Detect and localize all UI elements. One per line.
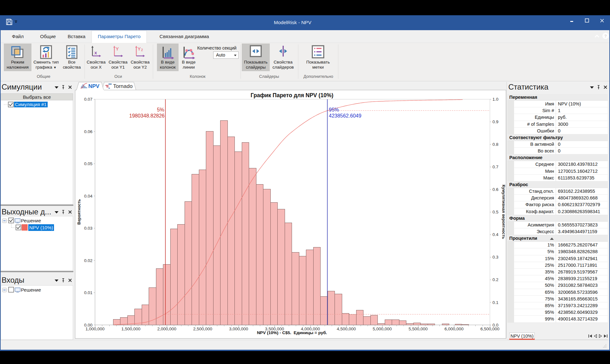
- svg-text:4,500,000: 4,500,000: [337, 327, 356, 331]
- svg-text:x: x: [94, 50, 97, 55]
- svg-text:0.6: 0.6: [492, 187, 498, 192]
- svg-text:График Парето для NPV (10%): График Парето для NPV (10%): [251, 92, 334, 98]
- svg-text:0.00: 0.00: [84, 323, 92, 327]
- svg-text:1980348.82826: 1980348.82826: [129, 113, 165, 118]
- svg-text:0.02: 0.02: [84, 258, 92, 263]
- svg-text:95%: 95%: [329, 107, 339, 112]
- svg-text:4238562.6049: 4238562.6049: [329, 113, 361, 118]
- svg-text:6,000,000: 6,000,000: [444, 327, 464, 331]
- svg-text:0.03: 0.03: [84, 226, 92, 231]
- svg-text:1,500,000: 1,500,000: [121, 327, 140, 331]
- svg-text:NPV: NPV: [88, 83, 100, 89]
- svg-text:3,000,000: 3,000,000: [229, 327, 248, 331]
- svg-text:0.3: 0.3: [492, 255, 498, 260]
- svg-text:0.5: 0.5: [492, 210, 498, 214]
- svg-text:0.07: 0.07: [84, 97, 92, 102]
- svg-text:Y: Y: [138, 46, 141, 51]
- svg-text:?: ?: [604, 34, 607, 38]
- svg-text:0.8: 0.8: [492, 142, 498, 147]
- svg-text:2,000,000: 2,000,000: [157, 327, 176, 331]
- svg-text:0.4: 0.4: [492, 232, 498, 237]
- svg-text:Кумулятивная вероятность: Кумулятивная вероятность: [501, 185, 506, 239]
- svg-text:0.06: 0.06: [84, 129, 92, 134]
- svg-text:2,500,000: 2,500,000: [193, 327, 212, 331]
- svg-text:5%: 5%: [157, 107, 164, 112]
- svg-text:NPV (10%) - C$5. Единицы = ру: NPV (10%) - C$5. Единицы = руб.: [257, 330, 327, 335]
- svg-text:0.9: 0.9: [492, 119, 498, 124]
- svg-text:0.04: 0.04: [84, 194, 93, 199]
- svg-text:0.01: 0.01: [84, 290, 92, 295]
- svg-text:Вероятность: Вероятность: [77, 199, 81, 225]
- svg-text:0.2: 0.2: [492, 277, 498, 282]
- svg-text:5,500,000: 5,500,000: [409, 327, 428, 331]
- svg-text:5,000,000: 5,000,000: [373, 327, 392, 331]
- svg-text:Y: Y: [116, 46, 119, 51]
- svg-text:0.0: 0.0: [492, 323, 498, 327]
- svg-text:0.1: 0.1: [492, 300, 498, 305]
- svg-text:0.7: 0.7: [492, 165, 498, 169]
- svg-text:1.0: 1.0: [492, 97, 498, 102]
- svg-text:2: 2: [141, 48, 143, 52]
- svg-text:0.05: 0.05: [84, 161, 92, 166]
- svg-text:Tornado: Tornado: [113, 83, 132, 89]
